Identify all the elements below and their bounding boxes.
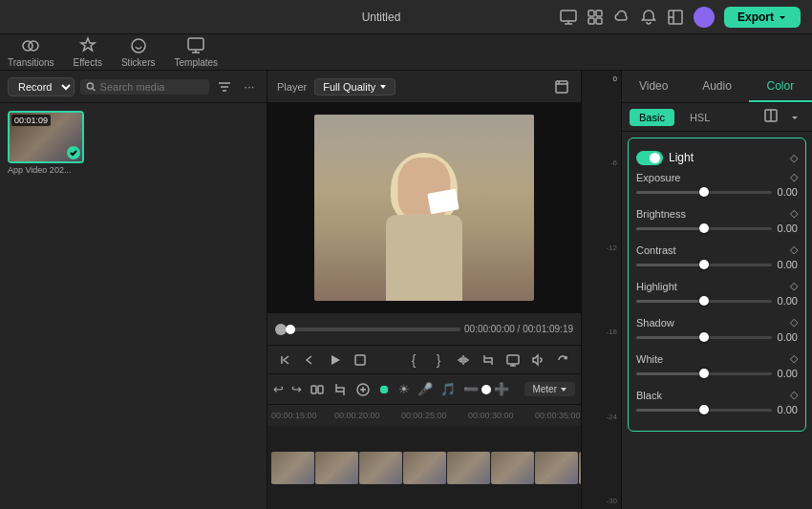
split-view-icon[interactable] [764,109,778,125]
svg-rect-13 [355,355,365,365]
frame-7 [535,452,578,484]
contrast-diamond[interactable]: ◇ [790,244,798,256]
media-grid: 00:01:09 App Video 202... [0,103,267,509]
filter-icon[interactable] [215,77,234,96]
frame-6 [491,452,534,484]
avatar[interactable] [694,7,715,28]
export-button[interactable]: Export [724,7,801,28]
section-header: Light ◇ [636,144,798,171]
svg-rect-2 [596,11,602,16]
mic-icon[interactable]: 🎤 [417,380,433,399]
shadow-value: 0.00 [778,331,798,343]
frame-back-button[interactable] [300,350,321,371]
monitor-icon[interactable] [560,9,577,26]
expand-icon[interactable] [785,108,804,127]
media-duration: 00:01:09 [11,115,51,126]
svg-rect-0 [561,11,576,21]
frame-3 [359,452,402,484]
svg-rect-3 [588,18,594,24]
svg-rect-14 [507,355,519,364]
tab-video[interactable]: Video [622,71,685,102]
media-check-icon [67,146,80,159]
quality-select[interactable]: Full Quality [314,78,395,95]
volume-icon[interactable] [527,350,548,371]
player-label: Player [277,81,307,93]
rotation-icon[interactable] [552,350,573,371]
crop-timeline-icon[interactable] [332,380,348,399]
svg-point-7 [29,41,38,51]
app-title: Untitled [362,11,401,24]
top-bar-icons: Export [560,7,801,28]
white-label: White [636,353,663,365]
highlight-label: Highlight [636,281,677,292]
tab-audio[interactable]: Audio [685,71,748,102]
audio-icon[interactable]: 🎵 [440,380,456,399]
meter-tick-4: -24 [606,413,619,421]
meter-button[interactable]: Meter [524,382,575,396]
sun-icon[interactable]: ☀ [398,380,410,399]
search-input[interactable] [100,81,203,93]
toolbar-stickers[interactable]: Stickers [121,36,156,68]
screen-icon[interactable] [502,350,524,371]
exposure-label: Exposure [636,172,680,183]
player-frame-icon[interactable] [552,77,571,96]
right-panel: Video Audio Color Basic HSL [621,71,812,509]
redo-icon[interactable]: ↪ [291,380,302,399]
exposure-diamond[interactable]: ◇ [790,171,798,183]
shadow-diamond[interactable]: ◇ [790,316,798,329]
minus-icon[interactable]: ➖ [463,380,479,399]
undo-icon[interactable]: ↩ [273,380,284,399]
toolbar-effects[interactable]: Effects [74,36,102,68]
search-box [80,79,209,95]
video-frame [314,115,534,301]
record-select[interactable]: Record [8,77,75,96]
tab-color[interactable]: Color [749,71,812,102]
center-panel: Player Full Quality [267,71,581,509]
bracket-out-icon[interactable]: } [428,350,449,371]
bracket-in-icon[interactable]: { [403,350,424,371]
timeline-ruler: 00:00:15:00 00:00:20:00 00:00:25:00 00:0… [267,405,581,426]
white-value: 0.00 [778,368,798,379]
more-icon[interactable]: ··· [240,77,259,96]
plus-icon[interactable]: ➕ [494,380,509,399]
shadow-track[interactable] [636,336,772,339]
meter-tick-1: -6 [610,159,619,167]
cloud-icon[interactable] [613,9,630,26]
toolbar-transitions[interactable]: Transitions [8,36,54,68]
reset-diamond-icon[interactable]: ◇ [790,152,798,164]
grid-square-icon[interactable] [587,9,604,26]
video-area [267,103,581,312]
timeline-track [267,426,581,509]
toolbar-templates[interactable]: Templates [175,36,219,68]
record-icon[interactable]: ⏺ [378,380,391,399]
exposure-thumb [699,187,709,197]
black-diamond[interactable]: ◇ [790,389,798,401]
add-icon[interactable] [355,380,371,399]
stop-button[interactable] [350,350,371,371]
toolbar: Transitions Effects Stickers Templates [0,34,812,71]
slider-highlight: Highlight ◇ 0.00 [636,280,798,307]
bell-icon[interactable] [640,9,657,26]
media-item[interactable]: 00:01:09 App Video 202... [8,111,84,175]
brightness-track[interactable] [636,227,772,230]
white-diamond[interactable]: ◇ [790,352,798,365]
crop-icon[interactable] [478,350,499,371]
split-timeline-icon[interactable] [310,380,325,399]
split-icon[interactable] [453,350,474,371]
exposure-track[interactable] [636,191,772,194]
progress-bar[interactable] [290,328,460,331]
skip-back-button[interactable] [275,350,296,371]
svg-rect-4 [596,18,602,24]
brightness-diamond[interactable]: ◇ [790,207,798,220]
black-track[interactable] [636,409,772,412]
highlight-value: 0.00 [778,295,798,307]
sub-tab-basic[interactable]: Basic [630,109,674,126]
sub-tab-hsl[interactable]: HSL [680,109,719,126]
highlight-track[interactable] [636,300,772,303]
highlight-diamond[interactable]: ◇ [790,280,798,292]
layout-icon[interactable] [667,9,684,26]
light-toggle[interactable] [636,151,663,165]
contrast-track[interactable] [636,264,772,266]
play-button[interactable] [325,350,346,371]
white-track[interactable] [636,372,772,375]
